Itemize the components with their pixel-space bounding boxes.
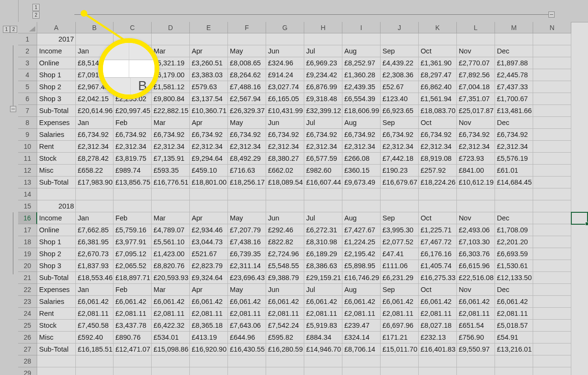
cell[interactable] xyxy=(419,200,457,212)
cell[interactable]: Online xyxy=(37,57,76,69)
cell[interactable]: £7,437.33 xyxy=(495,81,533,93)
cell[interactable]: £6,697.96 xyxy=(381,320,419,332)
row-header-14[interactable]: 14 xyxy=(18,188,37,200)
cell[interactable]: £6,734.92 xyxy=(457,129,495,141)
cell[interactable]: £3,977.91 xyxy=(113,236,152,248)
cell[interactable]: £9,318.48 xyxy=(304,93,342,105)
cell[interactable]: £16,776.51 xyxy=(152,177,190,188)
cell[interactable]: £47.41 xyxy=(381,248,419,260)
cell[interactable]: Mar xyxy=(152,284,190,296)
cell[interactable]: £171.21 xyxy=(381,332,419,344)
cell[interactable]: £2,081.11 xyxy=(419,308,457,320)
cell[interactable] xyxy=(76,200,113,212)
cell[interactable]: £8,492.29 xyxy=(228,153,266,165)
column-header-L[interactable]: L xyxy=(457,22,495,33)
cell[interactable] xyxy=(533,69,571,81)
outline-collapse-r7[interactable] xyxy=(10,106,16,112)
cell[interactable]: £1,700.67 xyxy=(495,93,533,105)
cell[interactable]: £8,278.42 xyxy=(76,153,113,165)
cell[interactable] xyxy=(533,45,571,57)
cell[interactable]: Stock xyxy=(37,320,76,332)
cell[interactable]: £9,388.79 xyxy=(266,272,304,284)
cell[interactable] xyxy=(495,355,533,367)
cell[interactable]: £7,892.56 xyxy=(457,69,495,81)
cell[interactable]: £8,514.27 xyxy=(76,57,113,69)
row-header-24[interactable]: 24 xyxy=(18,308,37,320)
cell[interactable]: Aug xyxy=(342,212,381,224)
cell[interactable]: £324.96 xyxy=(266,57,304,69)
cell[interactable]: £7,351.07 xyxy=(457,93,495,105)
cell[interactable]: May xyxy=(228,212,266,224)
cell[interactable]: £2,934.46 xyxy=(190,224,228,236)
cell[interactable]: £6,179.00 xyxy=(152,69,190,81)
cell[interactable]: £2,312.34 xyxy=(76,141,113,153)
cell[interactable]: £3,437.78 xyxy=(113,320,152,332)
cell[interactable] xyxy=(342,367,381,375)
row-header-20[interactable]: 20 xyxy=(18,260,37,272)
cell[interactable]: £16,430.55 xyxy=(228,344,266,355)
cell[interactable] xyxy=(37,355,76,367)
cell[interactable]: £2,823.79 xyxy=(190,260,228,272)
row-header-19[interactable]: 19 xyxy=(18,248,37,260)
cell[interactable]: £1,405.74 xyxy=(419,260,457,272)
cell[interactable] xyxy=(381,188,419,200)
cell[interactable]: Oct xyxy=(419,117,457,129)
cell[interactable]: £914.24 xyxy=(266,69,304,81)
cell[interactable]: £18,256.17 xyxy=(228,177,266,188)
cell[interactable]: Misc xyxy=(37,165,76,177)
cell[interactable]: £18,553.46 xyxy=(76,272,113,284)
cell[interactable] xyxy=(304,33,342,45)
outline-row-level-1[interactable]: 1 xyxy=(3,26,10,33)
cell[interactable]: £16,607.44 xyxy=(304,177,342,188)
column-header-J[interactable]: J xyxy=(381,22,419,33)
cell[interactable]: £2,445.78 xyxy=(495,69,533,81)
cell[interactable]: Nov xyxy=(457,117,495,129)
cell[interactable]: £592.40 xyxy=(76,332,113,344)
cell[interactable]: £6,734.92 xyxy=(190,129,228,141)
cell[interactable]: Stock xyxy=(37,153,76,165)
row-header-18[interactable]: 18 xyxy=(18,236,37,248)
cell[interactable] xyxy=(228,200,266,212)
cell[interactable]: £3,995.30 xyxy=(381,224,419,236)
cell[interactable]: Income xyxy=(37,212,76,224)
cell[interactable]: £3,819.75 xyxy=(113,153,152,165)
cell[interactable]: £18,224.26 xyxy=(419,177,457,188)
cell[interactable] xyxy=(381,355,419,367)
cell[interactable] xyxy=(152,355,190,367)
outline-row-bar[interactable]: 1 2 xyxy=(18,0,588,22)
cell[interactable]: £3,260.51 xyxy=(190,57,228,69)
cell[interactable] xyxy=(533,236,571,248)
cell[interactable]: £2,493.06 xyxy=(457,224,495,236)
row-header-15[interactable]: 15 xyxy=(18,200,37,212)
cell[interactable]: £6,734.92 xyxy=(76,129,113,141)
row-header-6[interactable]: 6 xyxy=(18,93,37,105)
row-header-9[interactable]: 9 xyxy=(18,129,37,141)
cell[interactable]: £459.10 xyxy=(190,165,228,177)
cell[interactable] xyxy=(533,344,571,355)
cell[interactable]: Aug xyxy=(342,284,381,296)
cell[interactable] xyxy=(304,200,342,212)
cell[interactable]: £14,684.45 xyxy=(495,177,533,188)
cell[interactable]: £6,272.31 xyxy=(304,224,342,236)
cell[interactable]: £2,081.11 xyxy=(381,308,419,320)
cell[interactable]: £3,044.73 xyxy=(190,236,228,248)
column-header-A[interactable]: A xyxy=(37,22,76,33)
cell[interactable]: £5,561.10 xyxy=(152,236,190,248)
cell[interactable] xyxy=(495,200,533,212)
cell[interactable] xyxy=(533,141,571,153)
cell[interactable] xyxy=(152,188,190,200)
cell[interactable]: £23,696.43 xyxy=(228,272,266,284)
cell[interactable]: £2,065.52 xyxy=(113,260,152,272)
cell[interactable] xyxy=(533,224,571,236)
cell[interactable]: Jul xyxy=(304,284,342,296)
cell[interactable]: Income xyxy=(37,45,76,57)
cell[interactable]: £6,165.05 xyxy=(266,93,304,105)
cell[interactable]: £22,882.15 xyxy=(152,105,190,117)
cell-grid[interactable]: 2017IncomeJanFebMarAprMayJunJulAugSepOct… xyxy=(37,33,571,375)
column-header-B[interactable]: B xyxy=(76,22,113,33)
cell[interactable]: £2,081.11 xyxy=(304,308,342,320)
cell[interactable]: £8,310.98 xyxy=(304,236,342,248)
cell[interactable] xyxy=(533,117,571,129)
cell[interactable] xyxy=(342,33,381,45)
cell[interactable] xyxy=(495,367,533,375)
